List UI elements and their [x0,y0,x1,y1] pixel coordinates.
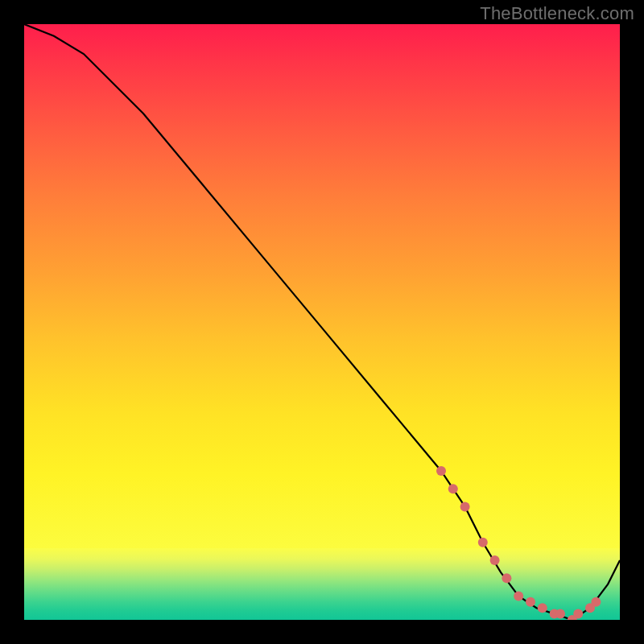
highlight-dot [436,466,446,476]
highlight-dot [526,597,535,607]
highlight-dot [538,603,547,613]
chart-stage: TheBottleneck.com [0,0,644,644]
highlight-dots-group [436,466,601,620]
highlight-dot [502,573,511,583]
bottleneck-curve-path [24,24,620,620]
highlight-dot [591,597,601,607]
highlight-dot [555,609,565,619]
plot-area [24,24,620,620]
highlight-dot [478,538,488,547]
highlight-dot [573,609,583,619]
highlight-dot [460,502,470,511]
curve-overlay [24,24,620,620]
highlight-dot [490,555,500,565]
highlight-dot [514,591,523,601]
watermark-text: TheBottleneck.com [480,3,634,24]
highlight-dot [448,484,458,493]
